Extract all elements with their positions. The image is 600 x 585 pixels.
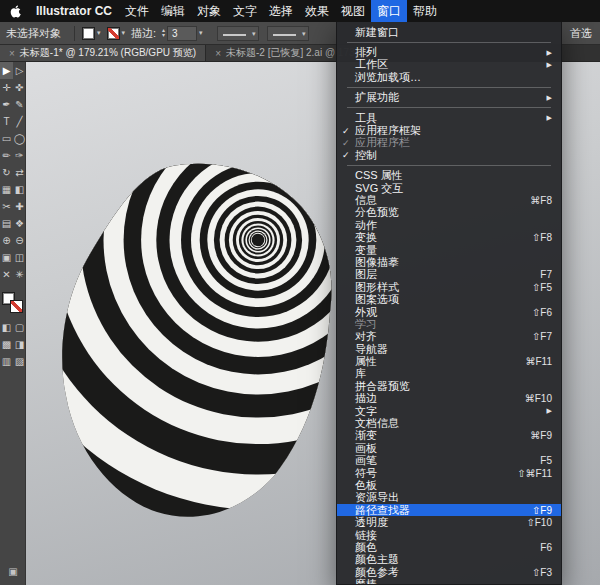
checkmark-icon: ✓ [342,126,355,136]
menu-item-label: 新建窗口 [355,25,399,40]
menu-item[interactable]: ✓控制 [337,149,561,161]
menu-separator [347,107,551,108]
menubar-item[interactable]: 帮助 [407,0,443,22]
tool-icon[interactable]: ✚ [13,198,26,215]
tool-icon[interactable]: ▭ [0,130,13,147]
tab-close-icon[interactable]: × [215,48,221,59]
preferences-button[interactable]: 首选 [570,26,594,41]
tool-icon[interactable]: ✏ [0,147,13,164]
stroke-weight-label: 描边: [131,26,156,41]
tab-title: 未标题-1* @ 179.21% (RGB/GPU 预览) [20,46,196,60]
menu-item-label: 魔棒 [355,577,377,585]
app-menu-title[interactable]: Illustrator CC [29,0,119,22]
tool-icon[interactable]: ✛ [0,79,13,96]
tool-icon[interactable]: ▥ [0,353,13,370]
menu-item-shortcut: ⇧F6 [532,307,552,318]
menu-item-shortcut: F6 [540,542,552,553]
menu-item-shortcut: ⇧⌘F11 [517,468,552,479]
menu-item-shortcut: F7 [540,269,552,280]
menubar-item[interactable]: 视图 [335,0,371,22]
tool-icon[interactable]: ▨ [13,353,26,370]
menu-item[interactable]: 扩展功能▶ [337,92,561,104]
menu-item[interactable]: 魔棒 [337,578,561,585]
document-tab[interactable]: ×未标题-1* @ 179.21% (RGB/GPU 预览) [0,45,206,61]
menubar-item-window-active[interactable]: 窗口 [371,0,407,22]
menu-item-shortcut: ⇧F9 [532,505,552,516]
tool-icon[interactable]: ▦ [0,181,13,198]
tool-icon[interactable]: ✕ [0,266,13,283]
tool-icon[interactable]: ✜ [13,79,26,96]
menu-item-shortcut: ⌘F9 [530,430,552,441]
menubar-item[interactable]: 选择 [263,0,299,22]
menu-item-shortcut: ⇧F8 [532,232,552,243]
tool-icon[interactable]: ╱ [13,113,26,130]
menu-item-label: 控制 [355,148,377,163]
checkmark-icon: ✓ [342,150,355,160]
tool-icon[interactable]: ✑ [13,147,26,164]
menubar: Illustrator CC 文件编辑对象文字选择效果视图窗口帮助 [0,0,600,22]
tool-icon[interactable]: ▤ [0,215,13,232]
tool-icon[interactable]: ▢ [13,319,26,336]
chevron-down-icon[interactable]: ▾ [97,29,101,37]
tool-icon[interactable]: ◧ [0,319,13,336]
chevron-down-icon[interactable]: ▾ [122,29,126,37]
tool-extra-grid: ◧▢▩◨▥▨ [0,319,25,370]
tool-icon[interactable]: ✂ [0,198,13,215]
menubar-items: 文件编辑对象文字选择效果视图窗口帮助 [119,0,443,22]
menu-item-shortcut: ⌘F10 [525,393,552,404]
tool-icon[interactable]: ▷ [13,62,26,79]
checkmark-icon: ✓ [342,138,355,148]
stroke-color-swatch[interactable] [107,27,120,40]
stroke-weight-stepper[interactable]: ▴▾ [162,28,165,38]
submenu-arrow-icon: ▶ [547,94,552,102]
menubar-item[interactable]: 文件 [119,0,155,22]
tool-icon[interactable]: ◯ [13,130,26,147]
tool-icon[interactable]: ⇄ [13,164,26,181]
menu-separator [347,165,551,166]
brush-definition-dropdown[interactable] [267,26,309,41]
tool-icon[interactable]: ◧ [13,181,26,198]
menu-item[interactable]: 属性⌘F11 [337,355,561,367]
tool-icon[interactable]: ◨ [13,336,26,353]
tool-icon[interactable]: ⊕ [0,232,13,249]
tool-icon[interactable]: ✳ [13,266,26,283]
menubar-item[interactable]: 文字 [227,0,263,22]
menu-item-shortcut: F5 [540,455,552,466]
menu-item-label: 浏览加载项… [355,70,421,85]
menu-separator [347,42,551,43]
variable-width-profile-dropdown[interactable] [217,26,259,41]
menubar-item[interactable]: 效果 [299,0,335,22]
stroke-none-swatch[interactable] [10,300,23,313]
menubar-item[interactable]: 对象 [191,0,227,22]
tool-icon[interactable]: ❖ [13,215,26,232]
tool-icon[interactable]: ◫ [13,249,26,266]
menu-item-shortcut: ⇧F7 [532,331,552,342]
apple-menu-icon[interactable] [9,4,23,19]
tool-icon[interactable]: T [0,113,13,130]
menu-item-shortcut: ⌘F11 [526,356,553,367]
stroke-weight-input[interactable]: 3 [167,26,197,41]
tab-close-icon[interactable]: × [9,48,15,59]
submenu-arrow-icon: ▶ [547,49,552,57]
menu-item[interactable]: 新建窗口 [337,26,561,38]
chevron-down-icon[interactable]: ▾ [199,29,203,37]
tool-icon[interactable]: ▣ [0,249,13,266]
tool-icon[interactable]: ▩ [0,336,13,353]
tool-icon[interactable]: ✒ [0,96,13,113]
tool-icon[interactable]: ⊖ [13,232,26,249]
fill-color-swatch[interactable] [82,27,95,40]
menu-item-shortcut: ⇧F3 [532,567,552,578]
menu-item-shortcut: ⌘F8 [530,195,552,206]
tool-icon[interactable]: ✎ [13,96,26,113]
tools-panel: ▶▷✛✜✒✎T╱▭◯✏✑↻⇄▦◧✂✚▤❖⊕⊖▣◫✕✳ ◧▢▩◨▥▨ ▣ [0,62,26,585]
no-selection-label: 未选择对象 [6,26,61,41]
submenu-arrow-icon: ▶ [547,407,552,415]
submenu-arrow-icon: ▶ [547,114,552,122]
menu-item[interactable]: 浏览加载项… [337,71,561,83]
divider [74,26,75,41]
screen-mode-button[interactable]: ▣ [0,566,26,577]
menubar-item[interactable]: 编辑 [155,0,191,22]
tool-grid: ▶▷✛✜✒✎T╱▭◯✏✑↻⇄▦◧✂✚▤❖⊕⊖▣◫✕✳ [0,62,25,283]
tool-icon[interactable]: ↻ [0,164,13,181]
tool-icon[interactable]: ▶ [0,62,13,79]
